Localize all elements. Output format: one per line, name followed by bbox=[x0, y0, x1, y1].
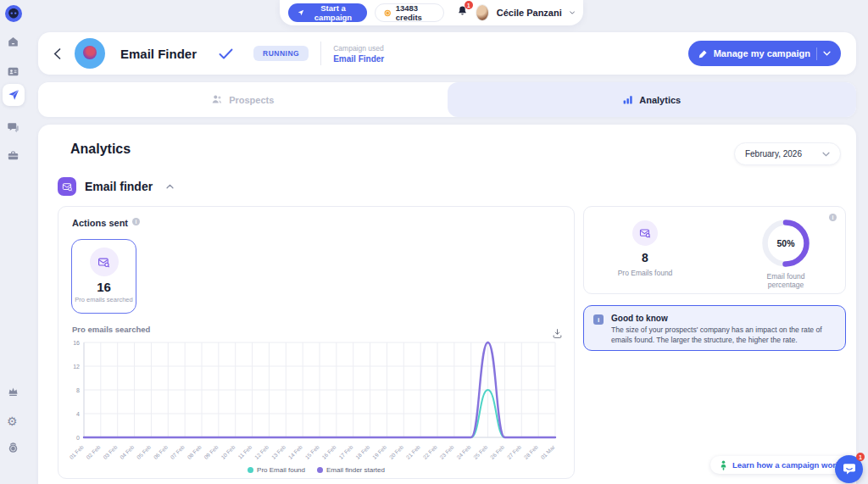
line-chart: 048121601 Feb02 Feb03 Feb04 Feb05 Feb06 … bbox=[65, 336, 569, 463]
sidebar-messages-icon[interactable] bbox=[7, 121, 19, 134]
svg-text:21 Feb: 21 Feb bbox=[405, 443, 422, 460]
svg-text:04 Feb: 04 Feb bbox=[119, 443, 136, 460]
campaign-title: Email Finder bbox=[120, 47, 197, 61]
svg-text:8: 8 bbox=[76, 387, 80, 393]
status-badge: RUNNING bbox=[253, 46, 309, 61]
svg-text:03 Feb: 03 Feb bbox=[102, 443, 119, 460]
manage-campaign-button[interactable]: Manage my campaign bbox=[688, 41, 841, 66]
legend-dot-purple bbox=[317, 467, 323, 473]
svg-text:01 Mar: 01 Mar bbox=[539, 443, 556, 460]
campaign-used-block: Campaign used Email Finder bbox=[333, 44, 384, 64]
svg-text:20 Feb: 20 Feb bbox=[388, 443, 405, 460]
svg-text:22 Feb: 22 Feb bbox=[421, 443, 438, 460]
actions-sent-label: Actions sent i bbox=[72, 218, 140, 228]
percentage-value: 50% bbox=[761, 219, 810, 268]
user-avatar[interactable] bbox=[476, 4, 489, 21]
notification-badge: 1 bbox=[465, 1, 473, 9]
svg-text:12: 12 bbox=[73, 364, 80, 370]
svg-text:15 Feb: 15 Feb bbox=[303, 443, 320, 460]
graduate-icon bbox=[720, 460, 727, 470]
page-title: Analytics bbox=[70, 142, 131, 157]
svg-text:24 Feb: 24 Feb bbox=[455, 443, 472, 460]
people-icon bbox=[211, 94, 223, 105]
svg-text:23 Feb: 23 Feb bbox=[438, 443, 455, 460]
campaign-used-label: Campaign used bbox=[333, 44, 384, 53]
email-found-percentage-block: 50% Email found percentage bbox=[752, 219, 820, 289]
metric-label: Pro emails searched bbox=[72, 296, 136, 304]
svg-text:16 Feb: 16 Feb bbox=[320, 443, 337, 460]
info-icon[interactable]: i bbox=[132, 218, 140, 225]
bar-chart-icon bbox=[622, 94, 633, 105]
svg-text:08 Feb: 08 Feb bbox=[186, 443, 203, 460]
back-chevron-icon[interactable] bbox=[53, 48, 61, 59]
svg-text:06 Feb: 06 Feb bbox=[153, 443, 170, 460]
svg-text:18 Feb: 18 Feb bbox=[354, 443, 371, 460]
svg-text:01 Feb: 01 Feb bbox=[68, 443, 85, 460]
tab-bar: Prospects Analytics bbox=[38, 82, 856, 117]
pro-emails-found-block: 8 Pro Emails found bbox=[603, 220, 687, 277]
chevron-down-icon bbox=[823, 51, 831, 56]
svg-text:14 Feb: 14 Feb bbox=[287, 443, 304, 460]
campaign-avatar bbox=[75, 38, 105, 69]
chevron-up-icon[interactable] bbox=[166, 184, 174, 189]
info-icon[interactable]: i bbox=[829, 214, 837, 221]
actions-sent-card: Actions sent i 16 Pro emails searched Pr… bbox=[58, 206, 575, 479]
svg-text:17 Feb: 17 Feb bbox=[337, 443, 354, 460]
svg-text:10 Feb: 10 Feb bbox=[220, 443, 236, 460]
tab-prospects[interactable]: Prospects bbox=[38, 82, 448, 117]
emails-found-label: Pro Emails found bbox=[603, 269, 687, 277]
rocket-icon bbox=[298, 8, 304, 17]
sidebar-settings-icon[interactable]: ⚙ bbox=[7, 414, 19, 426]
sidebar-crown-icon[interactable] bbox=[7, 386, 19, 398]
svg-text:12 Feb: 12 Feb bbox=[253, 443, 270, 460]
sidebar-home-icon[interactable] bbox=[7, 36, 19, 48]
sidebar-campaigns-icon[interactable] bbox=[3, 84, 25, 106]
divider bbox=[320, 42, 321, 65]
analytics-panel: Analytics February, 2026 Email finder Ac… bbox=[38, 125, 856, 484]
section-title: Email finder bbox=[85, 180, 153, 193]
pencil-icon bbox=[698, 49, 708, 58]
email-search-icon bbox=[58, 177, 76, 196]
svg-text:11 Feb: 11 Feb bbox=[236, 443, 253, 459]
credits-pill[interactable]: 13483 credits bbox=[375, 3, 443, 22]
month-selector[interactable]: February, 2026 bbox=[734, 142, 841, 165]
chart-title: Pro emails searched bbox=[72, 325, 150, 334]
chat-badge: 1 bbox=[856, 453, 865, 461]
email-search-icon bbox=[90, 248, 119, 276]
chat-bubble-icon bbox=[843, 463, 856, 476]
sidebar-contacts-icon[interactable] bbox=[7, 65, 19, 78]
svg-text:13 Feb: 13 Feb bbox=[270, 443, 287, 460]
svg-text:4: 4 bbox=[76, 411, 80, 417]
legend-item[interactable]: Pro Email found bbox=[248, 466, 305, 474]
user-name[interactable]: Cécile Panzani bbox=[497, 8, 562, 18]
campaign-header: Email Finder RUNNING Campaign used Email… bbox=[38, 32, 856, 75]
chevron-down-icon[interactable] bbox=[570, 10, 575, 15]
svg-text:28 Feb: 28 Feb bbox=[523, 443, 540, 460]
percentage-label: Email found percentage bbox=[752, 272, 820, 289]
tab-analytics[interactable]: Analytics bbox=[448, 82, 857, 117]
svg-text:09 Feb: 09 Feb bbox=[203, 443, 220, 460]
info-square-icon: i bbox=[593, 314, 604, 325]
legend-item[interactable]: Email finder started bbox=[317, 466, 385, 474]
emails-found-value: 8 bbox=[603, 251, 687, 264]
svg-text:05 Feb: 05 Feb bbox=[136, 443, 153, 460]
notifications-bell[interactable]: 1 bbox=[457, 5, 468, 20]
campaign-used-link[interactable]: Email Finder bbox=[333, 54, 384, 64]
chevron-down-icon bbox=[822, 152, 830, 157]
legend-dot-teal bbox=[248, 467, 253, 473]
sidebar-briefcase-icon[interactable] bbox=[7, 149, 19, 162]
metric-value: 16 bbox=[72, 280, 136, 294]
good-to-know-title: Good to know bbox=[611, 314, 835, 323]
svg-text:07 Feb: 07 Feb bbox=[170, 443, 186, 460]
sidebar-billing-icon[interactable] bbox=[7, 442, 19, 454]
svg-text:26 Feb: 26 Feb bbox=[489, 443, 506, 460]
start-campaign-button[interactable]: Start a campaign bbox=[288, 3, 367, 22]
summary-card: i 8 Pro Emails found 50% Email found per… bbox=[583, 206, 846, 294]
good-to-know-box: i Good to know The size of your prospect… bbox=[583, 305, 846, 351]
good-to-know-text: The size of your prospects' company has … bbox=[611, 325, 835, 345]
topbar: Start a campaign 13483 credits 1 Cécile … bbox=[280, 0, 583, 25]
metric-pro-emails-searched[interactable]: 16 Pro emails searched bbox=[71, 239, 136, 314]
svg-text:02 Feb: 02 Feb bbox=[85, 443, 102, 460]
app-logo-icon[interactable] bbox=[5, 5, 22, 22]
chat-widget-button[interactable]: 1 bbox=[835, 455, 863, 483]
